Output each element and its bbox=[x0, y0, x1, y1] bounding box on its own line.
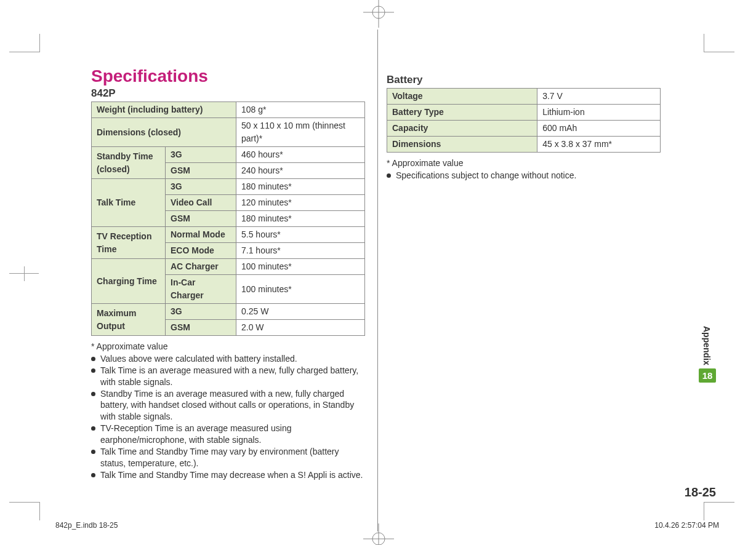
spec-sublabel: Video Call bbox=[166, 195, 236, 211]
spec-value: 7.1 hours* bbox=[236, 243, 365, 259]
spec-sublabel: 3G bbox=[166, 304, 236, 320]
page-number: 18-25 bbox=[685, 485, 716, 499]
spec-value: 45 x 3.8 x 37 mm* bbox=[537, 137, 661, 153]
spec-group-label: Standby Time (closed) bbox=[92, 147, 166, 179]
specs-table: Weight (including battery) 108 g* Dimens… bbox=[91, 101, 365, 336]
model-heading: 842P bbox=[91, 87, 365, 100]
table-row: Voltage 3.7 V bbox=[387, 89, 661, 105]
spec-value: 180 minutes* bbox=[236, 179, 365, 195]
footer-file: 842p_E.indb 18-25 bbox=[55, 521, 118, 530]
table-row: Capacity 600 mAh bbox=[387, 121, 661, 137]
spec-value: 180 minutes* bbox=[236, 211, 365, 227]
table-row: Battery Type Lithium-ion bbox=[387, 105, 661, 121]
spec-value: 50 x 110 x 10 mm (thinnest part)* bbox=[236, 118, 365, 147]
spec-label: Capacity bbox=[387, 121, 537, 137]
list-item: Values above were calculated with batter… bbox=[91, 353, 365, 365]
spec-value: 120 minutes* bbox=[236, 195, 365, 211]
page-title: Specifications bbox=[91, 66, 365, 86]
spec-group-label: Maximum Output bbox=[92, 304, 166, 336]
table-row: Dimensions 45 x 3.8 x 37 mm* bbox=[387, 137, 661, 153]
footer-date: 10.4.26 2:57:04 PM bbox=[654, 521, 719, 530]
spec-label: Voltage bbox=[387, 89, 537, 105]
list-item: TV-Reception Time is an average measured… bbox=[91, 423, 365, 446]
spec-label: Battery Type bbox=[387, 105, 537, 121]
table-row: TV Reception Time Normal Mode 5.5 hours* bbox=[92, 227, 365, 243]
spec-group-label: Talk Time bbox=[92, 179, 166, 227]
table-row: Weight (including battery) 108 g* bbox=[92, 102, 365, 118]
spec-value: 100 minutes* bbox=[236, 259, 365, 275]
table-row: Charging Time AC Charger 100 minutes* bbox=[92, 259, 365, 275]
spec-sublabel: GSM bbox=[166, 211, 236, 227]
list-item: Talk Time and Standby Time may decrease … bbox=[91, 469, 365, 481]
list-item: Talk Time and Standby Time may vary by e… bbox=[91, 446, 365, 469]
spec-label: Dimensions (closed) bbox=[92, 118, 236, 147]
spec-value: 108 g* bbox=[236, 102, 365, 118]
list-item: Specifications subject to change without… bbox=[387, 170, 661, 181]
table-row: Maximum Output 3G 0.25 W bbox=[92, 304, 365, 320]
spec-label: Weight (including battery) bbox=[92, 102, 236, 118]
list-item: Talk Time is an average measured with a … bbox=[91, 365, 365, 388]
table-row: Talk Time 3G 180 minutes* bbox=[92, 179, 365, 195]
notes-list: Values above were calculated with batter… bbox=[91, 353, 365, 481]
battery-table: Voltage 3.7 V Battery Type Lithium-ion C… bbox=[387, 88, 661, 153]
table-row: Standby Time (closed) 3G 460 hours* bbox=[92, 147, 365, 163]
asterisk-note: * Approximate value bbox=[91, 341, 365, 352]
registration-mark-icon bbox=[363, 0, 394, 28]
spec-value: 2.0 W bbox=[236, 320, 365, 336]
spec-group-label: Charging Time bbox=[92, 259, 166, 304]
spec-value: 3.7 V bbox=[537, 89, 661, 105]
spec-sublabel: 3G bbox=[166, 147, 236, 163]
section-tab: Appendix 18 bbox=[699, 326, 716, 383]
spec-sublabel: ECO Mode bbox=[166, 243, 236, 259]
spec-label: Dimensions bbox=[387, 137, 537, 153]
table-row: Dimensions (closed) 50 x 110 x 10 mm (th… bbox=[92, 118, 365, 147]
spec-group-label: TV Reception Time bbox=[92, 227, 166, 259]
tab-label: Appendix bbox=[699, 326, 712, 365]
spec-value: 5.5 hours* bbox=[236, 227, 365, 243]
spec-value: 240 hours* bbox=[236, 163, 365, 179]
battery-heading: Battery bbox=[387, 74, 661, 86]
spec-sublabel: AC Charger bbox=[166, 259, 236, 275]
list-item: Standby Time is an average measured with… bbox=[91, 388, 365, 423]
spec-value: Lithium-ion bbox=[537, 105, 661, 121]
spec-sublabel: GSM bbox=[166, 163, 236, 179]
notes-list: Specifications subject to change without… bbox=[387, 170, 661, 181]
spec-value: 100 minutes* bbox=[236, 275, 365, 304]
spec-sublabel: 3G bbox=[166, 179, 236, 195]
spec-sublabel: In-Car Charger bbox=[166, 275, 236, 304]
registration-mark-icon bbox=[363, 523, 394, 545]
spec-sublabel: Normal Mode bbox=[166, 227, 236, 243]
spec-value: 0.25 W bbox=[236, 304, 365, 320]
asterisk-note: * Approximate value bbox=[387, 157, 661, 169]
spec-sublabel: GSM bbox=[166, 320, 236, 336]
spec-value: 600 mAh bbox=[537, 121, 661, 137]
spec-value: 460 hours* bbox=[236, 147, 365, 163]
tab-number: 18 bbox=[699, 368, 716, 383]
